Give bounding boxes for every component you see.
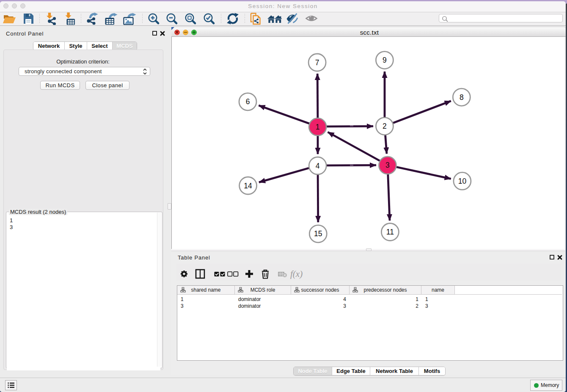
svg-text:2: 2 [383, 122, 387, 130]
svg-text:14: 14 [244, 182, 252, 190]
svg-text:9: 9 [383, 56, 387, 64]
svg-text:10: 10 [458, 177, 467, 185]
svg-text:f(x): f(x) [290, 269, 303, 279]
svg-text:8: 8 [460, 93, 464, 102]
svg-text:6: 6 [246, 97, 250, 106]
svg-text:15: 15 [314, 229, 322, 238]
svg-text:11: 11 [386, 228, 394, 236]
svg-text:3: 3 [385, 161, 390, 169]
svg-text:1: 1 [316, 123, 320, 131]
svg-text:7: 7 [315, 58, 319, 67]
svg-text:4: 4 [316, 162, 320, 170]
